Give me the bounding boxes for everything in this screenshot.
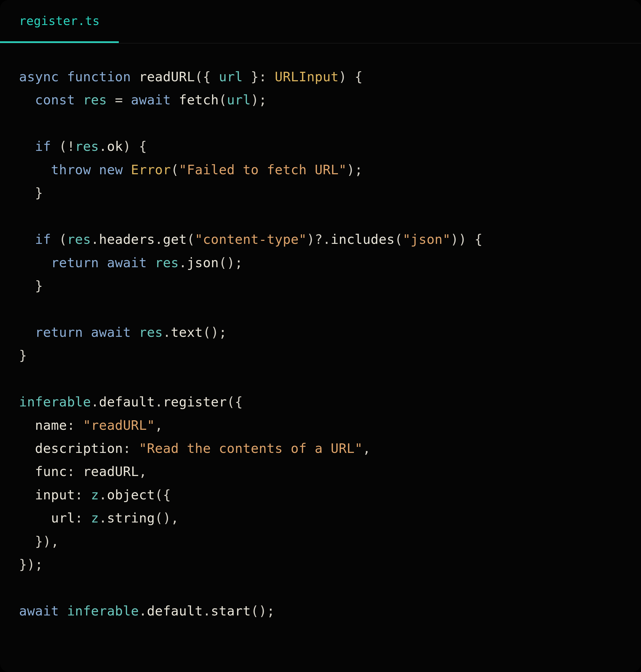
code-line [19, 205, 622, 228]
tab-register-ts[interactable]: register.ts [0, 0, 119, 43]
code-line: } [19, 344, 622, 367]
code-line: if (res.headers.get("content-type")?.inc… [19, 228, 622, 251]
code-line: } [19, 274, 622, 298]
code-line: description: "Read the contents of a URL… [19, 437, 622, 460]
code-line: async function readURL({ url }: URLInput… [19, 65, 622, 88]
code-line: throw new Error("Failed to fetch URL"); [19, 158, 622, 181]
code-line: inferable.default.register({ [19, 390, 622, 413]
tab-bar: register.ts [0, 0, 641, 43]
tab-label: register.ts [19, 14, 100, 28]
code-line [19, 367, 622, 390]
code-line: name: "readURL", [19, 414, 622, 437]
code-line [19, 112, 622, 135]
code-line: if (!res.ok) { [19, 135, 622, 158]
code-editor: register.ts async function readURL({ url… [0, 0, 641, 672]
code-line: } [19, 181, 622, 204]
code-line: }); [19, 553, 622, 576]
code-line: const res = await fetch(url); [19, 88, 622, 111]
code-line [19, 576, 622, 600]
code-content[interactable]: async function readURL({ url }: URLInput… [0, 43, 641, 672]
code-line: return await res.text(); [19, 321, 622, 344]
code-line: func: readURL, [19, 460, 622, 483]
code-line: input: z.object({ [19, 483, 622, 506]
code-line: await inferable.default.start(); [19, 600, 622, 622]
code-line: return await res.json(); [19, 251, 622, 274]
code-line [19, 298, 622, 320]
code-line: }), [19, 530, 622, 553]
code-line: url: z.string(), [19, 506, 622, 530]
